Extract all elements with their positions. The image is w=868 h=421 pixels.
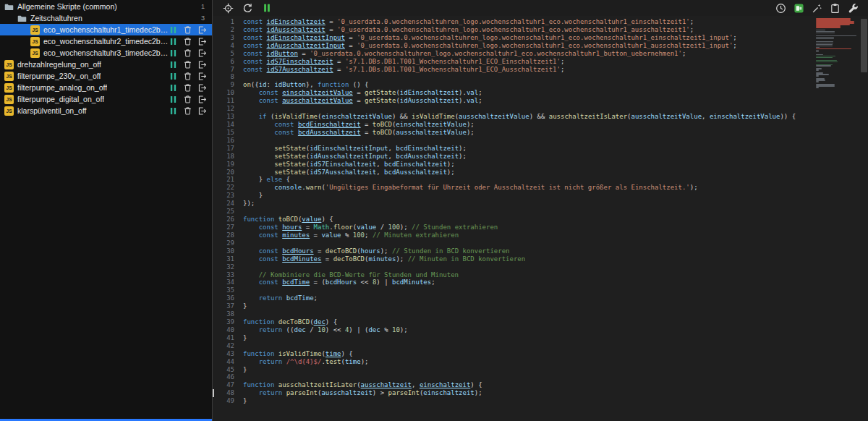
pause-icon[interactable]	[169, 106, 178, 116]
pause-icon[interactable]	[169, 25, 178, 35]
code-line[interactable]: console.warn('Ungültiges Eingabeformat f…	[243, 184, 796, 192]
code-line[interactable]: }	[243, 366, 796, 374]
code-line[interactable]: const idAusschaltzeitInput = '0_userdata…	[243, 42, 796, 50]
code-line[interactable]	[243, 239, 796, 247]
tree-script-row[interactable]: JSdrehzahlregelung_on_off	[0, 59, 212, 70]
code-line[interactable]: }	[243, 302, 796, 310]
tree-script-row[interactable]: JSeco_wochenschaltuhr3_timedec2bcd_contr…	[0, 47, 212, 59]
code-line[interactable]: const idS7Einschaltzeit = 's7.1.DBs.DB1.…	[243, 58, 796, 66]
line-number: 47	[213, 381, 234, 389]
code-line[interactable]: const idButton = '0_userdata.0.wochensch…	[243, 50, 796, 58]
code-line[interactable]: });	[243, 200, 796, 208]
code-line[interactable]	[243, 310, 796, 318]
tree-script-row[interactable]: JSfilterpumpe_230v_on_off	[0, 70, 212, 82]
code-line[interactable]: on({id: idButton}, function () {	[243, 81, 796, 89]
code-line[interactable]: }	[243, 192, 796, 200]
code-lines[interactable]: const idEinschaltzeit = '0_userdata.0.wo…	[234, 16, 796, 421]
editor-pane: 1234567891011121314151617181920212223242…	[213, 0, 868, 421]
code-line[interactable]: }	[243, 334, 796, 342]
code-line[interactable]: const idEinschaltzeit = '0_userdata.0.wo…	[243, 18, 796, 26]
code-line[interactable]: return bcdTime;	[243, 294, 796, 302]
code-line[interactable]	[243, 137, 796, 145]
code-line[interactable]: const idEinschaltzeitInput = '0_userdata…	[243, 34, 796, 42]
trash-icon[interactable]	[183, 25, 192, 35]
code-line[interactable]: const bcdHours = decToBCD(hours); // Stu…	[243, 247, 796, 255]
refresh-icon[interactable]	[242, 2, 253, 14]
clipboard-icon[interactable]	[829, 2, 841, 14]
tree-script-row[interactable]: JSeco_wochenschaltuhr1_timedec2bcd_contr…	[0, 24, 212, 35]
trash-icon[interactable]	[183, 72, 192, 81]
pause-script-icon[interactable]	[261, 2, 273, 14]
blockly-icon[interactable]	[793, 2, 804, 14]
code-line[interactable]: // Kombiniere die BCD-Werte für Stunden …	[243, 271, 796, 279]
code-line[interactable]: const bcdEinschaltzeit = toBCD(einschalt…	[243, 121, 796, 129]
code-line[interactable]: const bcdAusschaltzeit = toBCD(ausschalt…	[243, 129, 796, 137]
code-line[interactable]	[243, 73, 796, 81]
export-icon[interactable]	[197, 37, 207, 46]
pause-icon[interactable]	[169, 37, 178, 46]
code-line[interactable]: const minutes = value % 100; // Minuten …	[243, 231, 796, 239]
trash-icon[interactable]	[183, 106, 192, 116]
tree-script-row[interactable]: JSeco_wochenschaltuhr2_timedec2bcd_contr…	[0, 35, 212, 47]
minimap[interactable]	[816, 18, 858, 88]
minimap-line	[816, 56, 835, 57]
tree-script-row[interactable]: JSfilterpumpe_analog_on_off	[0, 82, 212, 93]
tree-script-row[interactable]: JSklarspülventil_on_off	[0, 105, 212, 116]
wrench-icon[interactable]	[847, 2, 859, 14]
code-line[interactable]: function isValidTime(time) {	[243, 350, 796, 358]
export-icon[interactable]	[197, 72, 207, 81]
code-line[interactable]: setState(idEinschaltzeitInput, bcdEinsch…	[243, 145, 796, 153]
code-line[interactable]: return /^\d{4}$/.test(time);	[243, 358, 796, 366]
code-line[interactable]: const einschaltzeitValue = getState(idEi…	[243, 89, 796, 97]
vertical-scrollbar[interactable]	[860, 16, 868, 421]
code-line[interactable]: function decToBCD(dec) {	[243, 318, 796, 326]
javascript-icon: JS	[4, 72, 14, 81]
code-area[interactable]: 1234567891011121314151617181920212223242…	[213, 16, 868, 421]
pause-icon[interactable]	[169, 95, 178, 104]
export-icon[interactable]	[197, 48, 207, 58]
code-line[interactable]: function ausschaltzeitIsLater(ausschaltz…	[243, 381, 796, 389]
scrollbar-thumb[interactable]	[861, 19, 867, 72]
tree-folder-row[interactable]: Zeitschaltuhren3	[0, 12, 212, 24]
code-line[interactable]	[243, 208, 796, 216]
code-line[interactable]	[243, 342, 796, 350]
code-line[interactable]: return ((dec / 10) << 4) | (dec % 10);	[243, 326, 796, 334]
code-line[interactable]: const idAusschaltzeit = '0_userdata.0.wo…	[243, 26, 796, 34]
code-line[interactable]	[243, 286, 796, 294]
tree-folder-row[interactable]: Allgemeine Skripte (common)1	[0, 1, 212, 12]
trash-icon[interactable]	[183, 95, 192, 104]
trash-icon[interactable]	[183, 48, 192, 58]
locate-icon[interactable]	[222, 2, 234, 14]
export-icon[interactable]	[197, 60, 207, 69]
code-line[interactable]	[243, 373, 796, 381]
export-icon[interactable]	[197, 106, 207, 116]
code-line[interactable]: const ausschaltzeitValue = getState(idAu…	[243, 97, 796, 105]
pause-icon[interactable]	[169, 60, 178, 69]
code-line[interactable]: if (isValidTime(einschaltzeitValue) && i…	[243, 113, 796, 121]
code-line[interactable]: setState(idAusschaltzeitInput, bcdAussch…	[243, 153, 796, 161]
pause-icon[interactable]	[169, 48, 178, 58]
code-line[interactable]: setState(idS7Ausschaltzeit, bcdAusschalt…	[243, 169, 796, 177]
pause-icon[interactable]	[169, 83, 178, 93]
trash-icon[interactable]	[183, 60, 192, 69]
cron-clock-icon[interactable]	[775, 2, 786, 14]
code-line[interactable]: const hours = Math.floor(value / 100); /…	[243, 224, 796, 231]
export-icon[interactable]	[197, 95, 207, 104]
wand-icon[interactable]	[811, 2, 822, 14]
code-line[interactable]: return parseInt(ausschaltzeit) > parseIn…	[243, 389, 796, 397]
code-line[interactable]: const idS7Ausschaltzeit = 's7.1.DBs.DB1.…	[243, 66, 796, 74]
code-line[interactable]: setState(idS7Einschaltzeit, bcdEinschalt…	[243, 161, 796, 169]
code-line[interactable]	[243, 263, 796, 271]
export-icon[interactable]	[197, 25, 207, 35]
code-line[interactable]	[243, 105, 796, 113]
code-line[interactable]: function toBCD(value) {	[243, 216, 796, 224]
export-icon[interactable]	[197, 83, 207, 93]
code-line[interactable]: const bcdMinutes = decToBCD(minutes); //…	[243, 255, 796, 263]
pause-icon[interactable]	[169, 72, 178, 81]
code-line[interactable]: }	[243, 397, 796, 405]
trash-icon[interactable]	[183, 37, 192, 46]
tree-script-row[interactable]: JSfilterpumpe_digital_on_off	[0, 93, 212, 105]
trash-icon[interactable]	[183, 83, 192, 93]
code-line[interactable]: } else {	[243, 176, 796, 184]
code-line[interactable]: const bcdTime = (bcdHours << 8) | bcdMin…	[243, 278, 796, 286]
